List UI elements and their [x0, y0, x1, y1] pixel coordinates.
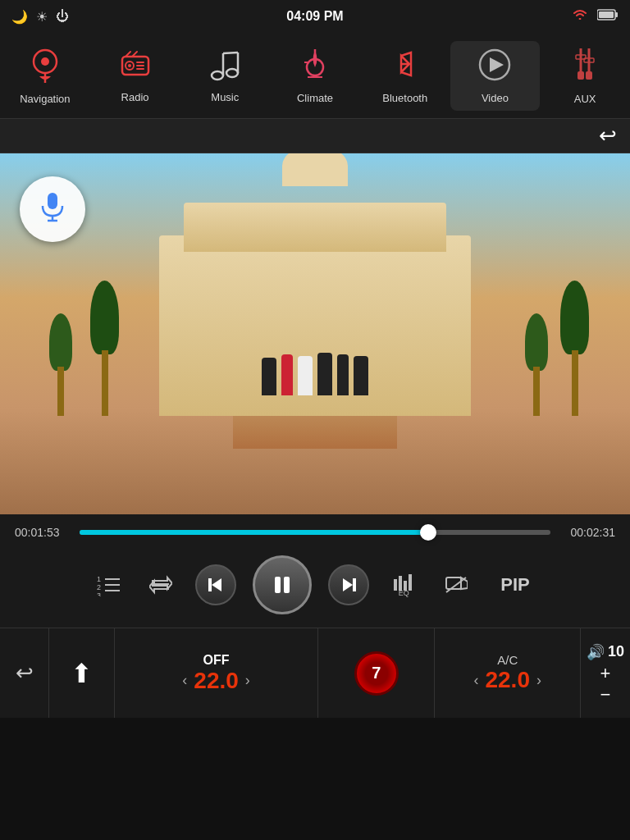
svg-point-4: [41, 57, 49, 66]
nav-icon-climate: [299, 48, 331, 87]
svg-marker-19: [490, 57, 504, 72]
progress-bar[interactable]: [80, 530, 550, 535]
video-frame: [0, 153, 630, 514]
tree-left-1: [49, 313, 72, 416]
volume-up-button[interactable]: +: [600, 664, 611, 682]
temp-right-up[interactable]: ›: [533, 669, 545, 692]
volume-down-button[interactable]: −: [600, 686, 611, 704]
svg-rect-40: [353, 578, 356, 591]
svg-rect-22: [578, 71, 584, 80]
no-video-button[interactable]: [438, 568, 474, 602]
temp-right-value: 22.0: [485, 667, 530, 693]
svg-line-46: [446, 578, 466, 592]
nav-label-climate: Climate: [297, 92, 333, 104]
off-col: OFF ‹ 22.0 ›: [115, 628, 318, 718]
status-time: 04:09 PM: [286, 9, 343, 24]
progress-thumb[interactable]: [420, 524, 436, 541]
repeat-button[interactable]: [143, 568, 179, 602]
video-area: [0, 153, 630, 514]
svg-rect-8: [136, 62, 144, 63]
current-time: 00:01:53: [15, 526, 68, 539]
eq-button[interactable]: EQ: [386, 566, 422, 604]
temp-right-down[interactable]: ‹: [470, 669, 482, 692]
temp-left-down[interactable]: ‹: [179, 669, 190, 692]
svg-rect-44: [409, 574, 412, 591]
prev-button[interactable]: [195, 564, 236, 605]
progress-fill: [80, 530, 428, 535]
nav-item-bluetooth[interactable]: Bluetooth: [360, 41, 450, 111]
fan-speed: 7: [372, 664, 381, 682]
nav-icon-video: [477, 48, 512, 87]
nav-item-navigation[interactable]: Navigation: [0, 40, 90, 112]
ac-col: A/C ‹ 22.0 ›: [435, 628, 581, 718]
svg-rect-23: [586, 71, 592, 80]
temp-left-value: 22.0: [194, 668, 239, 694]
people-group: [262, 353, 368, 395]
home-button[interactable]: ⬆: [71, 658, 93, 689]
back-button[interactable]: ↩: [599, 123, 617, 148]
nav-item-climate[interactable]: Climate: [270, 41, 360, 111]
temp-left-row: ‹ 22.0 ›: [179, 668, 253, 694]
off-label: OFF: [203, 653, 230, 668]
status-right-icons: [571, 8, 619, 25]
pip-button[interactable]: PIP: [491, 568, 539, 602]
nav-item-radio[interactable]: Radio: [90, 42, 180, 110]
svg-text:3: 3: [97, 591, 101, 596]
svg-rect-9: [136, 65, 144, 66]
wifi-icon: [571, 8, 589, 25]
tree-right-2: [525, 313, 548, 416]
nav-icon-aux: [569, 47, 600, 88]
svg-point-11: [212, 71, 223, 80]
svg-point-7: [128, 64, 131, 67]
nav-item-aux[interactable]: AUX: [540, 40, 630, 112]
nav-label-music: Music: [211, 91, 239, 103]
playlist-button[interactable]: 1 2 3: [90, 567, 126, 603]
temp-right-row: ‹ 22.0 ›: [470, 667, 545, 693]
nav-icon-navigation: [30, 47, 61, 88]
pause-button[interactable]: [253, 555, 312, 614]
status-left-icons: 🌙 ☀ ⏻: [11, 9, 69, 25]
svg-rect-41: [394, 579, 397, 591]
svg-point-12: [226, 69, 238, 77]
back-col: ↩: [0, 628, 49, 718]
svg-rect-2: [599, 11, 614, 18]
nav-item-music[interactable]: Music: [180, 42, 270, 110]
ac-label: A/C: [497, 653, 518, 667]
battery-icon: [597, 9, 619, 24]
temp-left-up[interactable]: ›: [242, 669, 253, 692]
status-bar: 🌙 ☀ ⏻ 04:09 PM: [0, 0, 630, 33]
volume-col: 🔊 10 + −: [581, 628, 630, 718]
nav-icon-radio: [119, 48, 152, 86]
toolbar-row: ↩: [0, 119, 630, 153]
palace-dome: [282, 153, 348, 186]
svg-text:2: 2: [97, 583, 101, 591]
eq-label: EQ: [399, 589, 409, 597]
home-col: ⬆: [49, 628, 115, 718]
volume-icon: 🔊: [587, 643, 605, 661]
tree-right-1: [560, 281, 589, 416]
controls-area: 00:01:53 00:02:31 1 2 3: [0, 514, 630, 628]
total-time: 00:02:31: [562, 526, 615, 539]
svg-text:1: 1: [97, 575, 101, 583]
nav-icon-bluetooth: [390, 48, 421, 87]
svg-rect-37: [275, 577, 281, 593]
progress-row: 00:01:53 00:02:31: [0, 514, 630, 547]
tree-left-2: [90, 281, 119, 416]
nav-label-radio: Radio: [121, 91, 149, 103]
nav-label-aux: AUX: [574, 93, 596, 105]
back-arrow-button[interactable]: ↩: [16, 660, 34, 686]
svg-rect-38: [284, 577, 290, 593]
volume-level: 10: [608, 643, 624, 660]
plus-minus-group: 🔊 10 + −: [587, 643, 624, 704]
palace-top: [184, 203, 446, 252]
climate-bar: ↩ ⬆ OFF ‹ 22.0 › 7 A/C ‹ 22.0 › 🔊 10: [0, 628, 630, 718]
mic-button[interactable]: [20, 176, 85, 242]
nav-item-video[interactable]: Video: [450, 41, 541, 111]
power-icon: ⏻: [56, 9, 69, 24]
next-button[interactable]: [328, 564, 369, 605]
mic-icon: [36, 189, 69, 230]
fan-col: 7: [318, 628, 435, 718]
fan-display[interactable]: 7: [354, 651, 399, 696]
svg-rect-1: [615, 12, 618, 17]
svg-marker-39: [343, 578, 353, 591]
